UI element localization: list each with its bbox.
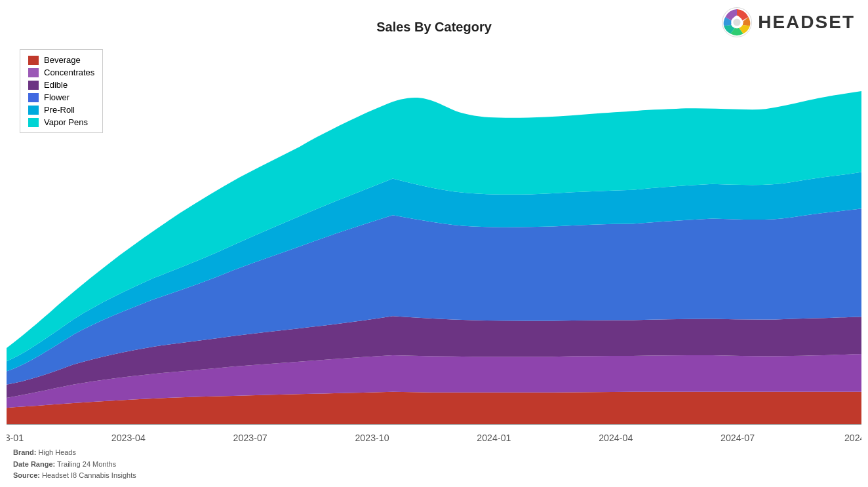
legend-item-concentrates: Concentrates <box>28 68 94 77</box>
legend-color-preroll <box>28 106 39 115</box>
legend-item-vaporpens: Vapor Pens <box>28 117 94 127</box>
footer-brand: Brand: High Heads <box>13 447 136 459</box>
legend-color-flower <box>28 93 39 102</box>
footer-date-range: Date Range: Trailing 24 Months <box>13 459 136 471</box>
brand-label: Brand: <box>13 448 36 456</box>
date-range-label: Date Range: <box>13 460 55 468</box>
area-chart-svg: 2023-01 2023-04 2023-07 2023-10 2024-01 … <box>7 46 861 451</box>
headset-logo-icon <box>721 7 753 38</box>
legend-color-vaporpens <box>28 118 39 127</box>
legend-label-preroll: Pre-Roll <box>44 105 75 115</box>
source-label: Source: <box>13 471 40 479</box>
legend-color-concentrates <box>28 68 39 77</box>
legend-color-edible <box>28 81 39 90</box>
source-value: Headset I8 Cannabis Insights <box>42 471 136 479</box>
x-label-5: 2024-01 <box>477 433 511 443</box>
legend-item-beverage: Beverage <box>28 55 94 65</box>
legend-color-beverage <box>28 56 39 65</box>
x-label-3: 2023-07 <box>233 433 267 443</box>
x-label-1: 2023-01 <box>7 433 24 443</box>
x-label-6: 2024-04 <box>599 433 633 443</box>
logo-text: HEADSET <box>758 12 855 33</box>
x-label-2: 2023-04 <box>111 433 146 443</box>
date-range-value: Trailing 24 Months <box>57 460 116 468</box>
x-label-8: 2024-10 <box>844 433 861 443</box>
legend-label-concentrates: Concentrates <box>44 68 94 77</box>
legend-label-flower: Flower <box>44 92 69 102</box>
legend-label-edible: Edible <box>44 80 68 90</box>
chart-legend: Beverage Concentrates Edible Flower Pre-… <box>20 49 103 133</box>
brand-value: High Heads <box>39 448 76 456</box>
chart-container: HEADSET Sales By Category Beverage Conce… <box>0 0 868 487</box>
legend-item-edible: Edible <box>28 80 94 90</box>
svg-point-2 <box>734 18 741 26</box>
footer-source: Source: Headset I8 Cannabis Insights <box>13 470 136 482</box>
legend-label-vaporpens: Vapor Pens <box>44 117 88 127</box>
footer-info: Brand: High Heads Date Range: Trailing 2… <box>13 447 136 482</box>
x-label-4: 2023-10 <box>355 433 389 443</box>
legend-item-flower: Flower <box>28 92 94 102</box>
chart-svg-wrapper: 2023-01 2023-04 2023-07 2023-10 2024-01 … <box>7 46 861 451</box>
logo-area: HEADSET <box>721 7 855 38</box>
x-label-7: 2024-07 <box>720 433 755 443</box>
legend-label-beverage: Beverage <box>44 55 81 65</box>
legend-item-preroll: Pre-Roll <box>28 105 94 115</box>
